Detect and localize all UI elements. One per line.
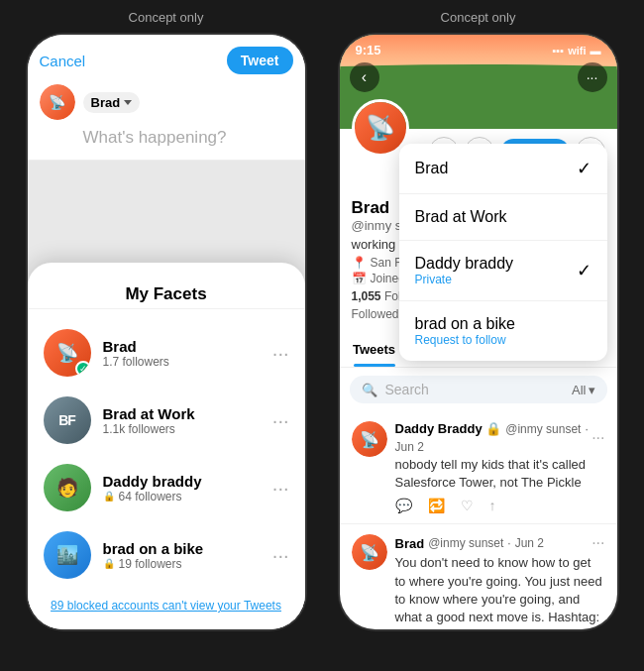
tweet-header-2: Brad @inmy sunset · Jun 2 ··· xyxy=(395,534,605,552)
tweet-name-1: Daddy Braddy 🔒 xyxy=(395,421,502,436)
left-concept-label: Concept only xyxy=(129,10,204,25)
tweet-hashtag[interactable]: #NoteToSelf xyxy=(395,627,466,629)
facets-title: My Facets xyxy=(28,280,305,309)
blocked-notice: 89 blocked accounts can't view your Twee… xyxy=(28,599,305,613)
tweet-text-2: You don't need to know how to get to whe… xyxy=(395,554,605,629)
battery-icon: ▬ xyxy=(590,45,601,56)
tweet-header-1: Daddy Braddy 🔒 @inmy sunset · Jun 2 ··· xyxy=(395,421,605,454)
facet-info-brad: Brad 1.7 followers xyxy=(103,338,261,369)
account-selector[interactable]: Brad xyxy=(83,92,141,113)
check-icon-brad: ✓ xyxy=(577,158,591,179)
facet-item-daddy[interactable]: 🧑 Daddy braddy 🔒 64 followers ··· xyxy=(28,454,305,521)
compose-avatar: 📡 xyxy=(40,84,75,120)
reply-icon-1[interactable]: 💬 xyxy=(395,498,412,513)
signal-icon: ▪▪▪ xyxy=(552,45,564,56)
right-concept-label: Concept only xyxy=(441,10,516,25)
blocked-link[interactable]: 89 blocked accounts can't view your Twee… xyxy=(51,599,281,613)
wifi-icon: wifi xyxy=(568,45,586,56)
tweet-actions-1: 💬 🔁 ♡ ↑ xyxy=(395,498,605,513)
dropdown-text-bike: brad on a bike xyxy=(415,315,515,333)
facet-meta-brad: 1.7 followers xyxy=(103,355,261,369)
facet-more-brad[interactable]: ··· xyxy=(272,342,289,365)
facet-name-daddy: Daddy braddy xyxy=(103,473,261,490)
status-time: 9:15 xyxy=(356,43,381,57)
facet-item-brad[interactable]: 📡 ✓ Brad 1.7 followers ··· xyxy=(28,319,305,387)
tweet-button[interactable]: Tweet xyxy=(227,47,293,74)
facet-avatar-work: BF xyxy=(44,396,91,444)
cancel-button[interactable]: Cancel xyxy=(40,53,86,69)
facet-meta-daddy: 🔒 64 followers xyxy=(103,490,261,503)
back-button[interactable]: ‹ xyxy=(350,62,379,92)
check-icon-daddy: ✓ xyxy=(577,260,591,281)
filter-button[interactable]: All ▾ xyxy=(572,383,594,397)
lock-icon-bike: 🔒 xyxy=(103,558,115,569)
tweet-date-1: · xyxy=(585,422,588,436)
search-bar[interactable]: 🔍 Search All ▾ xyxy=(350,376,607,403)
like-icon-1[interactable]: ♡ xyxy=(461,498,474,513)
tweet-date-val-1: Jun 2 xyxy=(395,440,424,454)
dropdown-text-brad: Brad xyxy=(415,160,449,177)
facet-name-brad: Brad xyxy=(103,338,261,355)
tweet-more-1[interactable]: ··· xyxy=(591,429,604,447)
facet-name-bike: brad on a bike xyxy=(103,540,261,557)
share-icon-1[interactable]: ↑ xyxy=(489,498,496,513)
chevron-down-icon: ▾ xyxy=(589,383,595,397)
right-phone: 9:15 ▪▪▪ wifi ▬ ‹ ··· xyxy=(340,35,617,629)
facets-panel: My Facets 📡 ✓ Brad 1.7 followers ··· xyxy=(28,263,305,629)
calendar-icon: 📅 xyxy=(352,272,367,285)
tweet-avatar-img-2: 📡 xyxy=(352,534,387,570)
tweet-name-row-2: Brad @inmy sunset · Jun 2 xyxy=(395,536,545,551)
facet-info-daddy: Daddy braddy 🔒 64 followers xyxy=(103,473,261,503)
dropdown-item-daddy[interactable]: Daddy braddy Private ✓ xyxy=(399,241,607,301)
facet-item-bike[interactable]: 🏙️ brad on a bike 🔒 19 followers ··· xyxy=(28,521,305,589)
compose-avatar-img: 📡 xyxy=(40,84,75,120)
tweet-name-2: Brad xyxy=(395,536,425,551)
tweet-content-2: Brad @inmy sunset · Jun 2 ··· You don't … xyxy=(395,534,605,629)
retweet-icon-1[interactable]: 🔁 xyxy=(428,498,445,513)
tweet-avatar-img-1: 📡 xyxy=(352,421,387,457)
dropdown-item-bike[interactable]: brad on a bike Request to follow xyxy=(399,301,607,361)
dropdown-text-work: Brad at Work xyxy=(415,208,507,226)
facet-meta-bike: 🔒 19 followers xyxy=(103,557,261,571)
compose-placeholder: What's happening? xyxy=(40,128,293,148)
location-icon: 📍 xyxy=(352,256,367,270)
tweet-avatar-2: 📡 xyxy=(352,534,387,570)
tweet-handle-1: @inmy sunset xyxy=(505,422,581,436)
left-phone: Cancel Tweet 📡 Brad What's happening? xyxy=(28,35,305,629)
tweet-item-2: 📡 Brad @inmy sunset · Jun 2 ··· xyxy=(340,524,617,629)
facet-avatar-daddy: 🧑 xyxy=(44,464,91,511)
dropdown-text-daddy: Daddy braddy xyxy=(415,255,514,273)
facet-meta-work: 1.1k followers xyxy=(103,422,261,436)
facet-avatar-bike-img: 🏙️ xyxy=(44,531,91,579)
dropdown-sub-daddy: Private xyxy=(415,273,514,286)
more-button[interactable]: ··· xyxy=(578,62,607,92)
chevron-down-icon xyxy=(124,100,132,105)
status-bar: 9:15 ▪▪▪ wifi ▬ xyxy=(340,35,617,57)
facet-more-work[interactable]: ··· xyxy=(272,409,289,432)
profile-avatar: 📡 xyxy=(352,99,409,157)
dropdown-sub-bike: Request to follow xyxy=(415,333,515,347)
facet-name-work: Brad at Work xyxy=(103,405,261,422)
tweets-feed: 📡 Daddy Braddy 🔒 @inmy sunset · Jun 2 ··… xyxy=(340,411,617,629)
facet-item-brad-work[interactable]: BF Brad at Work 1.1k followers ··· xyxy=(28,387,305,454)
facet-avatar-brad: 📡 ✓ xyxy=(44,329,91,377)
account-name: Brad xyxy=(91,95,121,110)
lock-icon-daddy: 🔒 xyxy=(103,491,115,502)
tweet-more-2[interactable]: ··· xyxy=(591,534,604,552)
facet-avatar-daddy-img: 🧑 xyxy=(44,464,91,511)
profile-avatar-wrap: 📡 xyxy=(352,99,409,157)
facet-more-daddy[interactable]: ··· xyxy=(272,477,289,500)
dropdown-item-work[interactable]: Brad at Work xyxy=(399,194,607,241)
tweet-date-val-2: Jun 2 xyxy=(515,536,544,550)
facet-avatar-work-img: BF xyxy=(44,396,91,444)
facet-more-bike[interactable]: ··· xyxy=(272,544,289,567)
facet-avatar-bike: 🏙️ xyxy=(44,531,91,579)
compose-area: Cancel Tweet 📡 Brad What's happening? xyxy=(28,35,305,161)
tweet-text-1: nobody tell my kids that it's called Sal… xyxy=(395,456,605,492)
tweet-avatar-1: 📡 xyxy=(352,421,387,457)
search-input[interactable]: Search xyxy=(385,382,565,397)
tweet-name-row-1: Daddy Braddy 🔒 @inmy sunset · Jun 2 xyxy=(395,421,592,454)
profile-avatar-img: 📡 xyxy=(355,102,406,154)
green-check-icon: ✓ xyxy=(75,361,91,377)
dropdown-item-brad[interactable]: Brad ✓ xyxy=(399,144,607,194)
